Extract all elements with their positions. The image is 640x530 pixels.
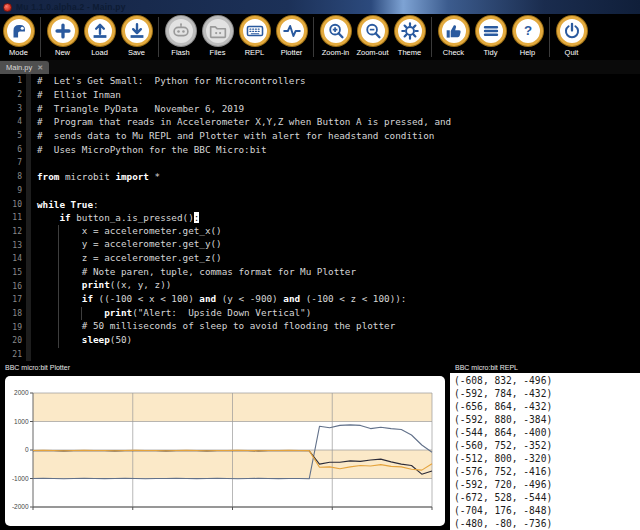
indent-guide <box>58 334 59 348</box>
gear-icon <box>399 20 421 42</box>
microbit-icon <box>166 16 196 46</box>
editor-line[interactable]: 18 print("Alert: Upside Down Vertical") <box>0 307 640 321</box>
editor-line[interactable]: 21 <box>0 348 640 362</box>
gutter-margin <box>26 197 31 211</box>
code-line-text: # Note paren, tuple, commas format for M… <box>37 266 356 280</box>
plotter-title: BBC micro:bit Plotter <box>0 362 450 374</box>
editor-line[interactable]: 20 sleep(50) <box>0 334 640 348</box>
editor-line[interactable]: 16 print((x, y, z)) <box>0 279 640 293</box>
line-number: 12 <box>0 227 26 236</box>
editor-line[interactable]: 5# sends data to Mu REPL and Plotter wit… <box>0 129 640 143</box>
tab-close-icon[interactable]: ✕ <box>37 64 43 72</box>
repl-line: (-480, -80, -736) <box>454 517 640 530</box>
code-line-text: x = accelerometer.get_x() <box>37 225 222 239</box>
plus-icon <box>52 20 74 42</box>
toolbar-button-label: Files <box>210 48 226 57</box>
toolbar-button-label: Check <box>443 48 464 57</box>
editor-line[interactable]: 12 x = accelerometer.get_x() <box>0 225 640 239</box>
editor-line[interactable]: 17 if ((-100 < x < 100) and (y < -900) a… <box>0 293 640 307</box>
indent-guide <box>58 293 59 307</box>
toolbar-button-load[interactable]: Load <box>81 16 118 57</box>
toolbar-button-label: Theme <box>398 48 421 57</box>
plotter-pane: BBC micro:bit Plotter 200010000-1000-200… <box>0 362 450 530</box>
code-editor[interactable]: 1# Let's Get Small: Python for Microcont… <box>0 74 640 362</box>
editor-line[interactable]: 6# Uses MicroPython for the BBC Micro:bi… <box>0 142 640 156</box>
y-tick-label: -1000 <box>12 475 29 482</box>
indent-guide <box>58 266 59 280</box>
repl-line: (-608, 832, -496) <box>454 374 640 387</box>
tab-main-py[interactable]: Main.py ✕ <box>0 61 49 74</box>
toolbar-button-flash: Flash <box>162 16 199 57</box>
folder-icon <box>203 16 233 46</box>
toolbar-button-check[interactable]: Check <box>435 16 472 57</box>
line-number: 3 <box>0 104 26 113</box>
toolbar-separator <box>431 17 432 57</box>
toolbar-button-label: Mode <box>9 48 28 57</box>
line-number: 15 <box>0 268 26 277</box>
editor-line[interactable]: 19 # 50 milliseconds of sleep to avoid f… <box>0 320 640 334</box>
editor-line[interactable]: 2# Elliot Inman <box>0 88 640 102</box>
toolbar-button-repl[interactable]: REPL <box>236 16 273 57</box>
gutter-margin <box>26 74 31 88</box>
toolbar-button-files: Files <box>199 16 236 57</box>
editor-line[interactable]: 8from microbit import * <box>0 170 640 184</box>
editor-line[interactable]: 7 <box>0 156 640 170</box>
toolbar-button-zoom-in[interactable]: Zoom-in <box>317 16 354 57</box>
repl-line: (-592, 880, -384) <box>454 413 640 426</box>
magnifier-minus-icon <box>358 16 388 46</box>
repl-line: (-544, 864, -400) <box>454 426 640 439</box>
editor-line[interactable]: 4# Program that reads in Accelerometer X… <box>0 115 640 129</box>
gutter-margin <box>26 88 31 102</box>
plus-icon <box>48 16 78 46</box>
editor-line[interactable]: 15 # Note paren, tuple, commas format fo… <box>0 266 640 280</box>
indent-guide <box>58 320 59 334</box>
mode-icon <box>4 16 34 46</box>
editor-line[interactable]: 9 <box>0 184 640 198</box>
code-line-text: # Elliot Inman <box>37 89 121 100</box>
question-icon: ? <box>517 20 539 42</box>
toolbar-button-label: Zoom-in <box>322 48 350 57</box>
editor-line[interactable]: 13 y = accelerometer.get_y() <box>0 238 640 252</box>
toolbar-button-plotter[interactable]: Plotter <box>273 16 310 57</box>
toolbar-button-label: Quit <box>565 48 579 57</box>
toolbar-button-help[interactable]: ?Help <box>509 16 546 57</box>
repl-output[interactable]: (-608, 832, -496)(-592, 784, -432)(-656,… <box>450 373 640 530</box>
toolbar-button-theme[interactable]: Theme <box>391 16 428 57</box>
toolbar-button-save[interactable]: Save <box>118 16 155 57</box>
toolbar-button-label: New <box>55 48 70 57</box>
line-number: 16 <box>0 282 26 291</box>
indent-guide <box>58 238 59 252</box>
gutter-margin <box>26 252 31 266</box>
editor-line[interactable]: 1# Let's Get Small: Python for Microcont… <box>0 74 640 88</box>
line-number: 9 <box>0 186 26 195</box>
toolbar-button-quit[interactable]: Quit <box>553 16 590 57</box>
y-tick-label: 1000 <box>14 418 29 425</box>
toolbar-button-new[interactable]: New <box>44 16 81 57</box>
mode-icon <box>8 20 30 42</box>
upload-icon <box>85 16 115 46</box>
editor-line[interactable]: 3# Triangle PyData November 6, 2019 <box>0 101 640 115</box>
editor-line[interactable]: 11 if button_a.is_pressed(): <box>0 211 640 225</box>
toolbar-button-mode[interactable]: Mode <box>0 16 37 57</box>
code-line-text: if ((-100 < x < 100) and (y < -900) and … <box>37 293 406 307</box>
line-number: 21 <box>0 350 26 359</box>
editor-line[interactable]: 14 z = accelerometer.get_z() <box>0 252 640 266</box>
toolbar-button-zoom-out[interactable]: Zoom-out <box>354 16 391 57</box>
gutter-margin <box>26 320 31 334</box>
code-line-text: z = accelerometer.get_z() <box>37 252 222 266</box>
svg-text:?: ? <box>523 23 531 38</box>
code-line-text: # sends data to Mu REPL and Plotter with… <box>37 130 434 141</box>
question-icon: ? <box>513 16 543 46</box>
plotter-svg: 200010000-1000-2000 <box>5 376 445 526</box>
editor-line[interactable]: 10while True: <box>0 197 640 211</box>
upload-icon <box>89 20 111 42</box>
magnifier-plus-icon <box>321 16 351 46</box>
line-number: 5 <box>0 131 26 140</box>
code-line-text: print((x, y, z)) <box>37 279 171 293</box>
gutter-margin <box>26 211 31 225</box>
toolbar-button-tidy[interactable]: Tidy <box>472 16 509 57</box>
repl-line: (-704, 176, -848) <box>454 504 640 517</box>
download-icon <box>126 20 148 42</box>
repl-line: (-592, 720, -496) <box>454 478 640 491</box>
gutter-margin <box>26 225 31 239</box>
